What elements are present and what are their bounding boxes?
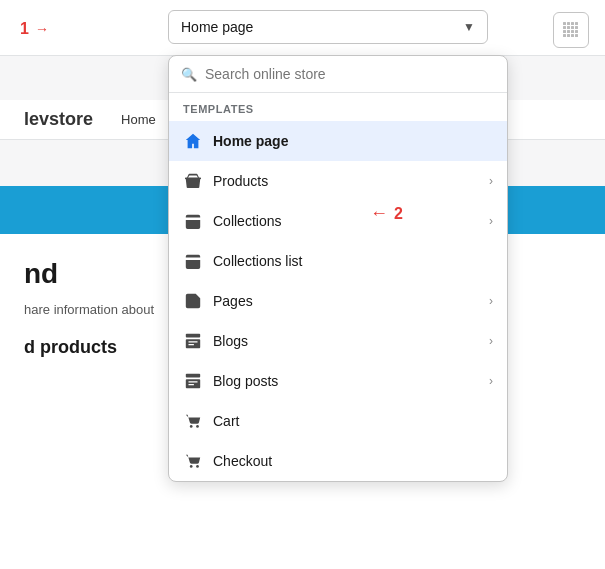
templates-section-label: TEMPLATES <box>169 93 507 121</box>
svg-point-26 <box>190 465 193 468</box>
annotation-arrow-1: → <box>35 21 49 37</box>
chevron-down-icon: ▼ <box>463 20 475 34</box>
svg-rect-14 <box>571 34 574 37</box>
menu-item-collections[interactable]: Collections › <box>169 201 507 241</box>
store-name: levstore <box>24 109 93 130</box>
svg-point-27 <box>196 465 199 468</box>
svg-rect-4 <box>563 26 566 29</box>
svg-point-25 <box>196 425 199 428</box>
pages-chevron-icon: › <box>489 294 493 308</box>
dropdown-panel: 🔍 TEMPLATES Home page Products › <box>168 55 508 482</box>
annotation-arrow-left-2: ← <box>370 203 388 224</box>
grid-icon <box>562 21 580 39</box>
collections-list-icon <box>183 251 203 271</box>
svg-rect-2 <box>571 22 574 25</box>
menu-item-home-page[interactable]: Home page <box>169 121 507 161</box>
svg-rect-3 <box>575 22 578 25</box>
dropdown-trigger[interactable]: Home page ▼ <box>168 10 488 44</box>
menu-item-checkout[interactable]: Checkout <box>169 441 507 481</box>
blog-posts-icon <box>183 371 203 391</box>
annotation-1: 1 → <box>20 20 49 38</box>
search-input[interactable] <box>205 66 495 82</box>
svg-rect-12 <box>563 34 566 37</box>
search-box: 🔍 <box>169 56 507 93</box>
svg-rect-7 <box>575 26 578 29</box>
cart-label: Cart <box>213 413 239 429</box>
svg-rect-21 <box>186 379 200 388</box>
checkout-label: Checkout <box>213 453 272 469</box>
svg-rect-20 <box>186 374 200 378</box>
svg-rect-11 <box>575 30 578 33</box>
collections-list-label: Collections list <box>213 253 302 269</box>
page-heading-text: nd <box>24 258 58 289</box>
annotation-2: ← 2 <box>370 203 403 224</box>
pages-icon <box>183 291 203 311</box>
menu-item-collections-list[interactable]: Collections list <box>169 241 507 281</box>
svg-rect-1 <box>567 22 570 25</box>
menu-item-blog-posts[interactable]: Blog posts › <box>169 361 507 401</box>
svg-rect-8 <box>563 30 566 33</box>
grid-icon-button[interactable] <box>553 12 589 48</box>
menu-item-products[interactable]: Products › <box>169 161 507 201</box>
nav-home: Home <box>121 112 156 127</box>
svg-rect-17 <box>186 339 200 348</box>
pages-label: Pages <box>213 293 253 309</box>
menu-item-pages[interactable]: Pages › <box>169 281 507 321</box>
checkout-icon <box>183 451 203 471</box>
dropdown-selected-label: Home page <box>181 19 253 35</box>
svg-point-24 <box>190 425 193 428</box>
svg-rect-6 <box>571 26 574 29</box>
blog-posts-label: Blog posts <box>213 373 278 389</box>
step1-number: 1 <box>20 20 29 38</box>
products-chevron-icon: › <box>489 174 493 188</box>
svg-rect-10 <box>571 30 574 33</box>
svg-rect-16 <box>186 334 200 338</box>
svg-rect-5 <box>567 26 570 29</box>
home-page-label: Home page <box>213 133 288 149</box>
step2-number: 2 <box>394 205 403 223</box>
blogs-label: Blogs <box>213 333 248 349</box>
svg-rect-9 <box>567 30 570 33</box>
blogs-chevron-icon: › <box>489 334 493 348</box>
svg-rect-13 <box>567 34 570 37</box>
svg-rect-0 <box>563 22 566 25</box>
collections-label: Collections <box>213 213 281 229</box>
menu-item-cart[interactable]: Cart <box>169 401 507 441</box>
products-label-item: Products <box>213 173 268 189</box>
collections-icon <box>183 211 203 231</box>
products-icon <box>183 171 203 191</box>
blog-posts-chevron-icon: › <box>489 374 493 388</box>
svg-rect-15 <box>575 34 578 37</box>
cart-icon <box>183 411 203 431</box>
home-icon <box>183 131 203 151</box>
blogs-icon <box>183 331 203 351</box>
collections-chevron-icon: › <box>489 214 493 228</box>
search-icon: 🔍 <box>181 67 197 82</box>
dropdown-trigger-wrapper: Home page ▼ <box>168 10 488 44</box>
menu-item-blogs[interactable]: Blogs › <box>169 321 507 361</box>
